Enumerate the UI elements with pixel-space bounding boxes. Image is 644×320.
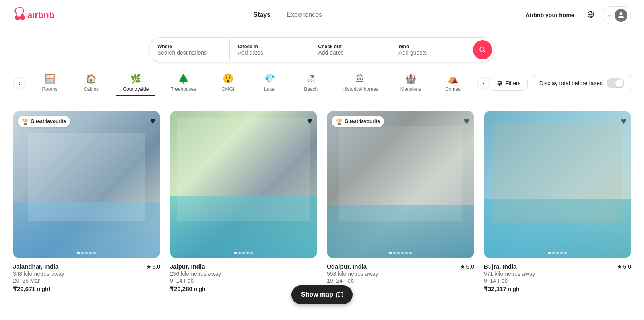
listing-card-1[interactable]: 🏆 Guest favourite ♥ Jalandhar, India ★ — [13, 111, 160, 293]
search-bar-container: Where Search destinations Check in Add d… — [0, 31, 644, 66]
svg-point-5 — [498, 81, 500, 82]
nav-experiences[interactable]: Experiences — [279, 7, 330, 23]
nav-stays[interactable]: Stays — [245, 7, 279, 23]
listing-location-3: Udaipur, India — [327, 263, 367, 270]
listing-price-4: ₹32,317 night — [484, 285, 631, 293]
language-button[interactable] — [584, 8, 598, 23]
who-label: Who — [398, 44, 462, 49]
dot-2-1 — [234, 252, 237, 254]
dot-3-2 — [393, 252, 396, 254]
airbnb-home-link[interactable]: Airbnb your home — [521, 9, 579, 22]
dot-2-5 — [250, 252, 253, 254]
category-item-mansions[interactable]: 🏰 Mansions — [394, 70, 427, 96]
listing-distance-1: 348 kilometres away — [13, 271, 160, 277]
show-map-label: Show map — [301, 291, 333, 298]
guest-favourite-badge-3: 🏆 Guest favourite — [332, 116, 384, 127]
cabins-icon: 🏠 — [86, 74, 97, 84]
listing-image-2: ♥ — [170, 111, 317, 258]
price-unit-4: night — [508, 285, 521, 292]
beach-label: Beach — [304, 86, 318, 92]
price-unit-1: night — [37, 285, 50, 292]
search-button[interactable] — [473, 40, 492, 59]
rooms-icon: 🪟 — [44, 74, 55, 84]
checkin-label: Check in — [238, 44, 302, 49]
trophy-icon-3: 🏆 — [336, 118, 343, 125]
category-item-domes[interactable]: ⛺ Domes — [437, 70, 469, 96]
category-prev-button[interactable]: ‹ — [13, 77, 26, 90]
listing-image-3: 🏆 Guest favourite ♥ — [327, 111, 474, 258]
category-next-button[interactable]: › — [477, 77, 490, 90]
display-total-toggle[interactable]: Display total before taxes — [533, 74, 631, 92]
dot-1-1 — [77, 252, 80, 254]
show-map-container: Show map — [291, 285, 353, 302]
mansions-icon: 🏰 — [405, 74, 416, 84]
dot-1-4 — [89, 252, 92, 254]
main-nav: Stays Experiences — [245, 7, 330, 23]
dot-2-2 — [238, 252, 241, 254]
dot-4-4 — [560, 252, 563, 254]
dot-4-1 — [548, 252, 551, 254]
dot-3-3 — [397, 252, 400, 254]
listing-location-4: Bujra, India — [484, 263, 517, 270]
star-icon-4: ★ — [617, 263, 622, 270]
checkout-value[interactable]: Add dates — [318, 49, 382, 56]
category-item-treehouses[interactable]: 🌲 Treehouses — [164, 70, 202, 96]
category-item-countryside[interactable]: 🌿 Countryside — [116, 70, 155, 96]
airbnb-logo-icon — [13, 7, 25, 23]
guest-favourite-text-1: Guest favourite — [31, 119, 66, 124]
checkin-value[interactable]: Add dates — [238, 49, 302, 56]
checkout-section[interactable]: Check out Add dates — [310, 39, 391, 61]
category-item-omg[interactable]: 😲 OMG! — [212, 70, 244, 96]
countryside-icon: 🌿 — [130, 74, 141, 84]
dot-3-6 — [409, 252, 412, 254]
listing-rating-1: ★ 5.0 — [146, 263, 160, 270]
toggle-switch[interactable] — [607, 78, 624, 88]
hamburger-icon: ≡ — [608, 12, 611, 19]
listing-info-4: Bujra, India ★ 5.0 571 kilometres away 9… — [484, 258, 631, 293]
where-label: Where — [157, 44, 221, 49]
filters-button[interactable]: Filters — [490, 76, 528, 91]
luxe-label: Luxe — [264, 86, 275, 92]
dots-3 — [389, 252, 412, 254]
user-menu[interactable]: ≡ — [603, 6, 631, 24]
display-total-label: Display total before taxes — [539, 80, 603, 86]
listing-image-4: ♥ — [484, 111, 631, 258]
header: airbnb Stays Experiences Airbnb your hom… — [0, 0, 644, 31]
wishlist-button-1[interactable]: ♥ — [150, 116, 155, 126]
category-item-historical[interactable]: 🏛 Historical homes — [336, 70, 385, 96]
listings-container: 🏆 Guest favourite ♥ Jalandhar, India ★ — [0, 101, 644, 302]
who-input[interactable]: Add guests — [398, 49, 462, 56]
listing-card-3[interactable]: 🏆 Guest favourite ♥ Udaipur, India — [327, 111, 474, 293]
who-section[interactable]: Who Add guests — [390, 39, 471, 61]
svg-point-6 — [500, 83, 502, 84]
star-icon-3: ★ — [460, 263, 465, 270]
wishlist-button-3[interactable]: ♥ — [464, 116, 469, 126]
luxe-icon: 💎 — [264, 74, 275, 84]
checkin-section[interactable]: Check in Add dates — [230, 39, 310, 61]
price-value-1: ₹29,671 — [13, 285, 35, 292]
wishlist-button-4[interactable]: ♥ — [621, 116, 626, 126]
show-map-button[interactable]: Show map — [291, 285, 353, 302]
avatar — [615, 9, 627, 22]
listing-dates-1: 20–25 Mar — [13, 277, 160, 284]
category-item-rooms[interactable]: 🪟 Rooms — [33, 70, 66, 96]
listing-card-2[interactable]: ♥ Jaipur, India 236 kilometres away 9–14… — [170, 111, 317, 293]
logo[interactable]: airbnb — [13, 7, 54, 23]
where-section[interactable]: Where Search destinations — [149, 39, 230, 61]
listing-card-4[interactable]: ♥ Bujra, India ★ 5.0 571 kilome — [484, 111, 631, 293]
wishlist-button-2[interactable]: ♥ — [307, 116, 312, 126]
listing-location-2: Jaipur, India — [170, 263, 205, 270]
listing-image-1: 🏆 Guest favourite ♥ — [13, 111, 160, 258]
rating-value-1: 5.0 — [153, 263, 160, 270]
mansions-label: Mansions — [400, 86, 421, 92]
listing-location-1: Jalandhar, India — [13, 263, 58, 270]
svg-marker-8 — [337, 292, 343, 297]
omg-icon: 😲 — [223, 74, 233, 84]
listing-dates-4: 9–14 Feb — [484, 277, 631, 284]
category-item-luxe[interactable]: 💎 Luxe — [253, 70, 285, 96]
where-input[interactable]: Search destinations — [157, 49, 221, 56]
category-item-beach[interactable]: 🏖 Beach — [295, 70, 327, 96]
treehouses-label: Treehouses — [171, 86, 196, 92]
category-item-cabins[interactable]: 🏠 Cabins — [75, 70, 107, 96]
dot-3-4 — [401, 252, 404, 254]
